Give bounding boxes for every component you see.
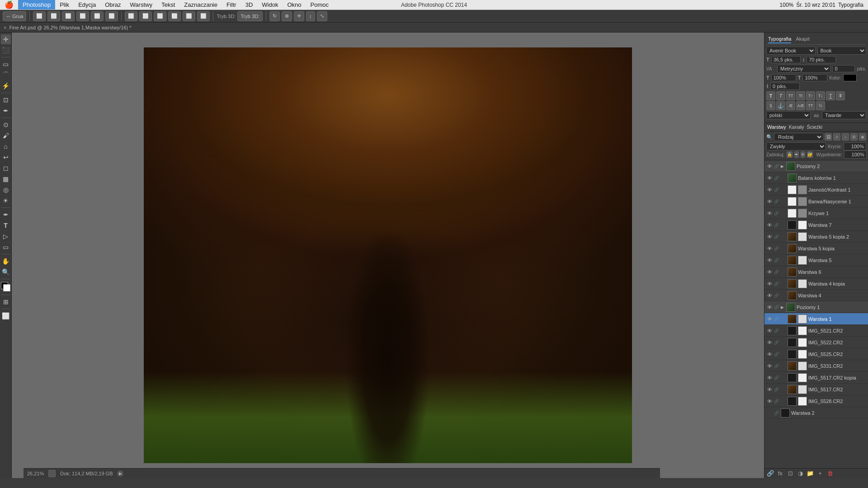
menu-plik[interactable]: Plik <box>55 0 74 9</box>
menu-warstwy[interactable]: Warstwy <box>126 0 157 9</box>
pan-3d[interactable]: ✛ <box>294 11 304 21</box>
lock-all[interactable]: 🔐 <box>807 151 813 158</box>
layer-visibility-icon[interactable]: 👁 <box>766 187 773 193</box>
path-select-tool[interactable]: ▷ <box>1 231 11 241</box>
layer-item[interactable]: 👁🔗IMG_5331.CR2 <box>764 360 868 372</box>
doc-close-icon[interactable]: × <box>4 25 6 30</box>
layer-item[interactable]: 👁🔗Warstwa 5 kopia 2 <box>764 231 868 243</box>
layer-visibility-icon[interactable]: 👁 <box>766 281 773 287</box>
apple-menu[interactable]: 🍎 <box>0 0 18 9</box>
align-center-h[interactable]: ⬜ <box>47 11 60 21</box>
layer-group-btn[interactable]: 📁 <box>806 469 814 478</box>
distribute-center-v[interactable]: ⬜ <box>183 11 195 21</box>
layer-visibility-icon[interactable]: 👁 <box>766 210 773 216</box>
layer-visibility-icon[interactable]: 👁 <box>766 386 773 393</box>
anti-alias-select[interactable]: Twarde <box>822 111 866 119</box>
font-weight-select[interactable]: Book <box>817 47 867 55</box>
layer-item[interactable]: 👁🔗Warstwa 4 <box>764 290 868 301</box>
distribute-center-h[interactable]: ⬜ <box>139 11 152 21</box>
layer-item[interactable]: 👁🔗IMG_5521.CR2 <box>764 325 868 337</box>
rotate-3d[interactable]: ↻ <box>269 11 280 21</box>
roll-3d[interactable]: ⊕ <box>282 11 292 21</box>
layer-adj-btn[interactable]: ◑ <box>796 469 804 478</box>
brush-tool[interactable]: 🖌 <box>1 131 11 141</box>
fmt-half[interactable]: ½ <box>816 101 825 110</box>
scale-h-input[interactable] <box>771 74 796 81</box>
layer-item[interactable]: 🔗Warstwa 2 <box>764 407 868 419</box>
align-top[interactable]: ⬜ <box>76 11 89 21</box>
distribute-top[interactable]: ⬜ <box>168 11 181 21</box>
language-select[interactable]: polski <box>766 111 811 119</box>
foreground-color[interactable] <box>1 282 11 292</box>
layer-item[interactable]: 👁🔗Warstwa 7 <box>764 219 868 231</box>
layer-item[interactable]: 👁🔗IMG_5517.CR2 kopia <box>764 372 868 384</box>
layer-visibility-icon[interactable]: 👁 <box>766 234 773 240</box>
layer-delete-btn[interactable]: 🗑 <box>826 469 834 478</box>
fill-input[interactable] <box>844 150 867 159</box>
align-right[interactable]: ⬜ <box>62 11 75 21</box>
group-arrow-icon[interactable]: ▶ <box>781 305 784 310</box>
leading-input[interactable] <box>807 56 836 63</box>
menu-widok[interactable]: Widok <box>257 0 283 9</box>
layer-visibility-icon[interactable]: 👁 <box>766 163 773 169</box>
fmt-allcaps[interactable]: TT <box>786 91 795 100</box>
layer-visibility-icon[interactable]: 👁 <box>766 269 773 275</box>
shape-tool[interactable]: ▭ <box>1 242 11 252</box>
layer-link-btn[interactable]: 🔗 <box>766 469 774 478</box>
layer-filter-select[interactable]: Rodzaj <box>774 133 823 141</box>
layer-item[interactable]: 👁🔗IMG_5528.CR2 <box>764 395 868 407</box>
filter-icon-3[interactable]: ⌂ <box>842 133 849 141</box>
layer-item[interactable]: 👁🔗Krzywe 1 <box>764 207 868 219</box>
layer-visibility-icon[interactable]: 👁 <box>766 398 773 404</box>
layer-visibility-icon[interactable]: 👁 <box>766 175 773 181</box>
text-tool[interactable]: T <box>1 221 11 230</box>
menu-tekst[interactable]: Tekst <box>157 0 179 9</box>
tab-warstwy[interactable]: Warstwy <box>767 124 786 130</box>
menu-3d[interactable]: 3D <box>241 0 258 9</box>
eyedropper-tool[interactable]: ✒ <box>1 106 11 116</box>
layer-visibility-icon[interactable]: 👁 <box>766 292 773 299</box>
fmt-super[interactable]: T↑ <box>806 91 815 100</box>
layer-fx-btn[interactable]: fx <box>776 469 784 478</box>
fmt-smallcaps[interactable]: Tt <box>796 91 805 100</box>
slide-3d[interactable]: ↕ <box>306 11 315 21</box>
fmt-strikethrough[interactable]: T <box>836 91 845 100</box>
font-family-select[interactable]: Avenir Book <box>766 47 816 55</box>
screen-mode[interactable]: ⬜ <box>1 311 11 321</box>
artboard-tool[interactable]: ⬛ <box>1 45 11 55</box>
filter-icon-1[interactable]: 🖼 <box>825 133 832 141</box>
layer-item[interactable]: 👁🔗Warstwa 5 kopia <box>764 243 868 254</box>
layer-item[interactable]: 👁🔗Jasność/Kontrast 1 <box>764 184 868 196</box>
opacity-input[interactable] <box>844 142 866 150</box>
fmt-frac[interactable]: fj <box>766 101 775 110</box>
move-tool[interactable]: ✛ <box>1 34 11 44</box>
font-size-input[interactable] <box>771 56 801 63</box>
filter-icon-2[interactable]: A <box>833 133 840 141</box>
zoom-toggle[interactable] <box>48 470 56 477</box>
layer-visibility-icon[interactable]: 👁 <box>766 339 773 346</box>
color-swatch[interactable] <box>843 74 857 81</box>
tab-kanaly[interactable]: Kanały <box>789 124 804 130</box>
fmt-underline[interactable]: T <box>826 91 835 100</box>
align-center-v[interactable]: ⬜ <box>91 11 104 21</box>
layer-visibility-icon[interactable]: 👁 <box>766 257 773 263</box>
layer-item[interactable]: 👁🔗Balans kolorów 1 <box>764 172 868 184</box>
fmt-italic[interactable]: T <box>776 91 785 100</box>
filter-icon-4[interactable]: ⊞ <box>850 133 858 141</box>
workspace-label[interactable]: Typografia <box>838 2 863 8</box>
lock-paint[interactable]: ✒ <box>794 151 799 158</box>
scale-v-input[interactable] <box>802 74 827 81</box>
blend-mode-select[interactable]: Zwykły <box>766 142 826 150</box>
eraser-tool[interactable]: ◻ <box>1 163 11 173</box>
fmt-anchor[interactable]: ⚓ <box>776 101 785 110</box>
layer-item[interactable]: 👁🔗IMG_5525.CR2 <box>764 348 868 360</box>
blur-tool[interactable]: ◎ <box>1 185 11 195</box>
3d-mode-btn[interactable]: Tryb 3D: <box>237 11 263 21</box>
scale-3d[interactable]: ⤡ <box>317 11 327 21</box>
layer-item[interactable]: 👁🔗IMG_5517.CR2 <box>764 384 868 395</box>
lock-position[interactable]: ✛ <box>801 151 805 158</box>
layer-visibility-icon[interactable]: 👁 <box>766 351 773 357</box>
pen-tool[interactable]: ✒ <box>1 210 11 220</box>
layer-visibility-icon[interactable]: 👁 <box>766 198 773 205</box>
move-tool-options[interactable]: ↔ Grua <box>3 11 26 21</box>
